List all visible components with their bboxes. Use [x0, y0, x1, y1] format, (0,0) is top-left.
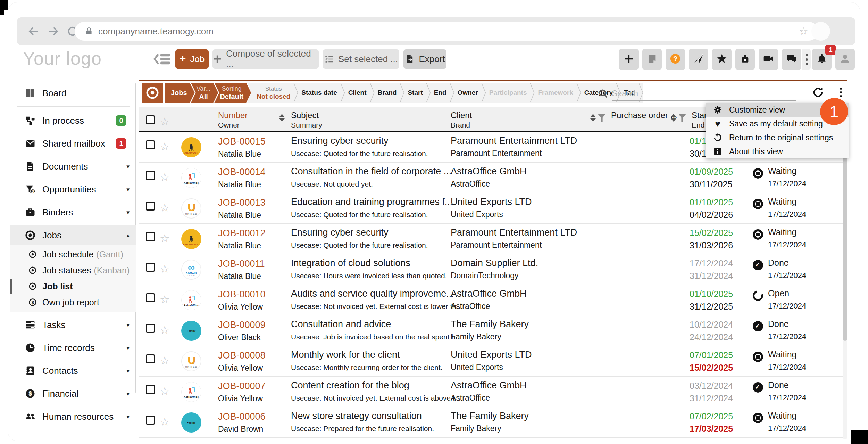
row-star-icon[interactable]: ☆ [160, 263, 170, 274]
row-star-icon[interactable]: ☆ [160, 324, 170, 336]
tab-sorting[interactable]: SortingDefault [214, 83, 251, 103]
tab-framework[interactable]: Framework [535, 83, 576, 103]
export-button[interactable]: Export [403, 49, 446, 69]
collapse-sidebar-icon[interactable] [153, 52, 172, 66]
column-subject[interactable]: Subject [291, 110, 319, 120]
column-number[interactable]: Number [218, 110, 248, 120]
job-number[interactable]: JOB-00015 [218, 136, 266, 147]
notes-button[interactable] [642, 49, 662, 70]
row-star-icon[interactable]: ☆ [160, 355, 170, 366]
new-job-button[interactable]: +Job [175, 49, 209, 69]
table-scrollbar-thumb[interactable] [843, 132, 847, 341]
job-number[interactable]: JOB-00009 [218, 320, 266, 330]
sidebar-item-opportunities[interactable]: $ Opportunities ▼ [10, 180, 136, 199]
browser-profile-circle[interactable] [811, 22, 830, 41]
sidebar-item-job-statuses[interactable]: Job statuses (Kanban) [10, 262, 136, 278]
row-checkbox[interactable] [146, 324, 155, 333]
bookmark-star-icon[interactable]: ☆ [799, 26, 809, 36]
sidebar-item-job-schedule[interactable]: Job schedule (Gantt) [10, 246, 136, 262]
row-checkbox[interactable] [146, 385, 155, 394]
row-checkbox[interactable] [146, 416, 155, 425]
table-row[interactable]: ☆ UUNITED JOB-00008 Olivia Yellow Monthl… [139, 346, 847, 377]
sort-icon[interactable] [279, 113, 285, 122]
sidebar-item-documents[interactable]: Documents ▼ [10, 157, 136, 176]
tab-jobs[interactable]: Jobs [165, 83, 195, 103]
view-options-icon[interactable] [837, 85, 844, 99]
row-checkbox[interactable] [146, 202, 155, 211]
column-purchase-order[interactable]: Purchase order ... [611, 110, 677, 120]
job-number[interactable]: JOB-00012 [218, 228, 266, 239]
job-number[interactable]: JOB-00014 [218, 167, 266, 178]
tab-variant[interactable]: Var...All [191, 83, 218, 103]
back-icon[interactable] [27, 25, 40, 38]
forward-icon[interactable] [47, 25, 59, 38]
sidebar-item-own-job-report[interactable]: $ Own job report [10, 294, 136, 310]
table-row[interactable]: ☆ ∞DOMAINTECH JOB-00011 Natalia Blue Int… [139, 254, 847, 285]
job-number[interactable]: JOB-00011 [218, 258, 265, 269]
sidebar-item-time-records[interactable]: Time records ▼ [10, 338, 136, 357]
chat-button[interactable] [782, 49, 801, 70]
tab-status[interactable]: StatusNot closed [253, 83, 293, 103]
add-button[interactable] [619, 49, 639, 70]
send-button[interactable] [689, 49, 708, 70]
table-row[interactable]: ☆ AstraOffice JOB-00010 Olivia Yellow Au… [139, 285, 847, 315]
sidebar-item-human-resources[interactable]: Human resources ▼ [10, 407, 136, 426]
help-button[interactable]: ? [666, 49, 685, 70]
sidebar-item-in-process[interactable]: In process 0 [10, 111, 136, 130]
refresh-icon[interactable] [812, 86, 824, 99]
sidebar-item-binders[interactable]: Binders ▼ [10, 203, 136, 222]
job-number[interactable]: JOB-00008 [218, 350, 266, 361]
table-row[interactable]: ☆ Family JOB-00009 Oliver Black Consulta… [139, 315, 847, 346]
sidebar-item-tasks[interactable]: Tasks ▼ [10, 315, 136, 335]
filter-funnel-icon[interactable] [598, 114, 606, 122]
set-selected-button[interactable]: Set selected ... [323, 49, 399, 69]
header-star-icon[interactable]: ☆ [160, 116, 170, 127]
job-number[interactable]: JOB-00013 [218, 197, 266, 208]
menu-item-about-view[interactable]: About this view [706, 145, 849, 158]
table-row[interactable]: ☆ Family JOB-00006 David Brown New store… [139, 407, 847, 438]
row-checkbox[interactable] [146, 293, 155, 302]
row-checkbox[interactable] [146, 232, 155, 241]
row-star-icon[interactable]: ☆ [160, 233, 170, 244]
sidebar-item-financial[interactable]: $ Financial ▼ [10, 384, 136, 403]
row-star-icon[interactable]: ☆ [160, 416, 170, 427]
jobs-module-icon[interactable] [142, 83, 163, 103]
tab-client[interactable]: Client [345, 83, 370, 103]
table-row[interactable]: ☆ PARAMOUNT JOB-00012 Natalia Blue Ensur… [139, 224, 847, 254]
notifications-button[interactable]: 1 [812, 49, 832, 70]
row-star-icon[interactable]: ☆ [160, 386, 170, 397]
row-checkbox[interactable] [146, 354, 155, 363]
sidebar-item-job-list[interactable]: Job list [10, 278, 136, 294]
row-star-icon[interactable]: ☆ [160, 294, 170, 305]
table-row[interactable]: ☆ AstraOffice JOB-00007 Olivia Yellow Co… [139, 377, 847, 407]
sidebar-item-shared-mailbox[interactable]: Shared mailbox 1 [10, 134, 136, 153]
table-row[interactable]: ☆ UUNITED JOB-00013 Natalia Blue Educati… [139, 193, 847, 224]
row-star-icon[interactable]: ☆ [160, 141, 170, 152]
sidebar-item-board[interactable]: Board [10, 83, 136, 103]
row-checkbox[interactable] [146, 140, 155, 149]
more-options-icon[interactable] [802, 49, 811, 70]
table-row[interactable]: ☆ AstraOffice JOB-00014 Natalia Blue Con… [139, 163, 847, 193]
row-checkbox[interactable] [146, 263, 155, 272]
sidebar-item-jobs[interactable]: Jobs ▲ [10, 225, 136, 245]
filter-funnel-icon[interactable] [678, 114, 686, 122]
tab-brand[interactable]: Brand [375, 83, 400, 103]
column-client[interactable]: Client [451, 110, 472, 120]
job-number[interactable]: JOB-00010 [218, 289, 266, 300]
sidebar-item-contacts[interactable]: Contacts ▼ [10, 361, 136, 380]
address-bar[interactable]: companyname.teamogy.com ☆ [75, 22, 818, 41]
tab-end[interactable]: End [431, 83, 450, 103]
tab-status-date[interactable]: Status date [298, 83, 340, 103]
sort-icon[interactable] [590, 113, 596, 122]
row-star-icon[interactable]: ☆ [160, 202, 170, 213]
job-number[interactable]: JOB-00006 [218, 411, 266, 422]
select-all-checkbox[interactable] [146, 115, 155, 124]
search-input[interactable] [612, 87, 796, 101]
compose-of-selected-button[interactable]: Compose of selected ... [212, 49, 319, 69]
favorites-button[interactable] [712, 49, 732, 70]
job-number[interactable]: JOB-00007 [218, 381, 266, 392]
row-star-icon[interactable]: ☆ [160, 172, 170, 183]
tab-start[interactable]: Start [404, 83, 426, 103]
tab-owner[interactable]: Owner [454, 83, 481, 103]
menu-item-return-original[interactable]: Return to the original settings [706, 131, 849, 145]
